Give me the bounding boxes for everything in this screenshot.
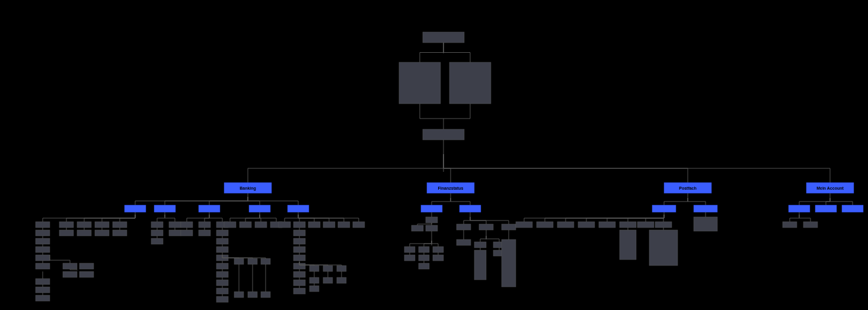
p0-6-tall [620,230,636,260]
hub-node [423,129,464,140]
banking-sub-1[interactable] [154,205,175,212]
account-sub-0[interactable] [789,205,810,212]
connector [205,215,209,222]
f0-c2b [433,255,443,261]
b2-deep2 [216,247,228,253]
b1-0 [151,222,163,228]
b0-side1b [63,271,77,277]
connector [157,215,165,222]
b0-col4b [113,230,127,236]
b0-col3 [95,222,109,228]
b2-deep5 [216,271,228,277]
f0-m [426,225,438,231]
b0-col2 [77,222,91,228]
p0-3 [578,222,595,228]
b3-1 [240,222,251,228]
b2-br0 [234,258,244,264]
connector [480,236,486,242]
root-node [423,32,464,43]
b4-1-1 [293,238,305,244]
postfach-sub-0[interactable] [652,205,676,212]
b2-brl0 [234,292,244,298]
f1-2-tall [502,239,516,287]
b4-brl0 [309,277,319,283]
b2-0 [181,222,193,228]
connector [451,198,470,205]
account-sub-2[interactable] [842,205,863,212]
b4-1-6 [293,280,305,286]
b2-1b [199,230,210,236]
b4-3 [323,222,335,228]
b0-side2b [79,271,94,277]
b3-0 [224,222,236,228]
b2-deep6 [216,280,228,286]
connector [790,215,799,222]
connector [486,236,499,242]
finanz-sub-0[interactable] [421,205,442,212]
connector [222,255,266,261]
b4-1 [293,222,305,228]
postfach-sub-1[interactable] [694,205,717,212]
b4-1-7 [293,288,305,294]
connector [470,217,509,224]
f0-a [426,217,438,223]
connector [245,215,260,222]
panel-left [399,62,441,104]
connector [464,217,470,224]
b0-col1 [59,222,74,228]
b4-2 [308,222,320,228]
account-sub-1[interactable] [815,205,837,212]
b2-br1 [248,258,257,264]
connector [209,215,222,222]
f0-l [411,225,423,231]
b2-deep1 [216,238,228,244]
f1-1-0 [474,242,486,248]
a0-1 [803,222,818,228]
banking-sub-3[interactable] [249,205,270,212]
b2-deep7 [216,288,228,294]
connector [420,43,443,62]
b1-1 [169,222,181,228]
b0-stack4 [36,263,50,269]
banking-sub-2[interactable] [199,205,220,212]
b0-stack2 [36,247,50,253]
b4-0 [279,222,291,228]
b4-br1 [323,266,333,271]
banking-sub-0[interactable] [125,205,146,212]
connector [298,215,359,222]
b4-br0 [309,266,319,271]
b2-deep4 [216,263,228,269]
b0-stack3 [36,255,50,261]
f1-1 [479,224,493,230]
connector [664,198,688,205]
b1-0b [151,230,163,236]
connector [432,241,438,247]
connector [70,269,77,270]
b4-brl2 [337,277,346,283]
connector [432,198,451,205]
b2-brl1 [248,292,257,298]
banking-sub-4[interactable] [288,205,309,212]
connector [299,262,342,268]
connector [417,223,432,225]
b0-low2 [36,295,50,301]
f1-2 [502,224,516,230]
f0-c0b [404,255,415,261]
node-label: Postfach [679,186,697,190]
connector [826,198,830,205]
p0-4 [599,222,615,228]
p0-7-tall [649,230,678,266]
b4-4 [338,222,350,228]
b3-2 [255,222,267,228]
b1-0c [151,238,163,244]
p0-1 [537,222,553,228]
connector [285,215,298,222]
panel-right [449,62,491,104]
node-label: Finanzstatus [438,186,464,190]
finanz-sub-1[interactable] [459,205,481,212]
b2-1 [199,222,210,228]
f1-1-0-tall [474,250,486,280]
node-label: Mein Account [816,186,844,190]
b2-0b [181,230,193,236]
b2-brl2 [261,292,270,298]
